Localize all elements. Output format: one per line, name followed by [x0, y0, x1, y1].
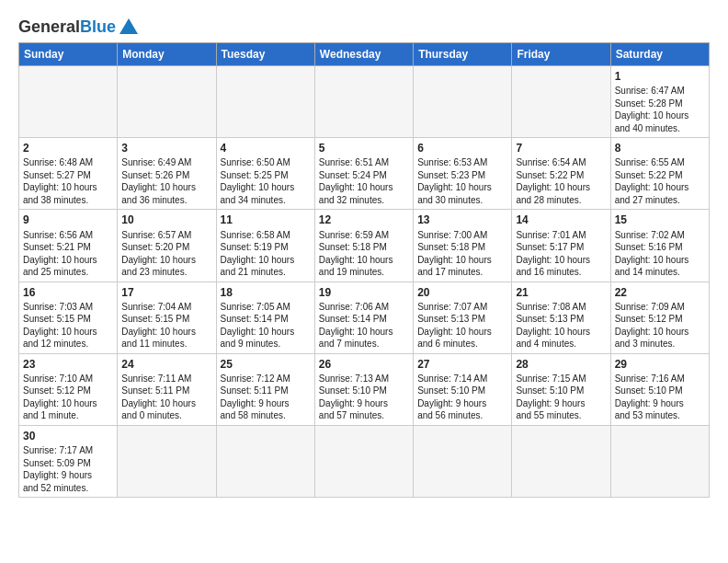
day-number: 8: [615, 141, 705, 155]
day-number: 12: [319, 213, 409, 227]
calendar-week-row: 9Sunrise: 6:56 AM Sunset: 5:21 PM Daylig…: [19, 210, 710, 282]
weekday-header-thursday: Thursday: [414, 43, 512, 66]
calendar-cell: 24Sunrise: 7:11 AM Sunset: 5:11 PM Dayli…: [118, 353, 216, 425]
day-info: Sunrise: 6:54 AM Sunset: 5:22 PM Dayligh…: [516, 156, 606, 206]
day-info: Sunrise: 7:08 AM Sunset: 5:13 PM Dayligh…: [516, 301, 606, 350]
weekday-header-row: SundayMondayTuesdayWednesdayThursdayFrid…: [19, 43, 710, 66]
calendar-week-row: 2Sunrise: 6:48 AM Sunset: 5:27 PM Daylig…: [19, 138, 710, 210]
day-number: 11: [221, 213, 311, 227]
day-number: 29: [615, 357, 705, 372]
logo-blue-text: Blue: [80, 18, 116, 35]
calendar-cell: 11Sunrise: 6:58 AM Sunset: 5:19 PM Dayli…: [216, 210, 314, 282]
day-number: 23: [23, 357, 113, 372]
weekday-header-saturday: Saturday: [610, 43, 709, 66]
day-info: Sunrise: 7:03 AM Sunset: 5:15 PM Dayligh…: [23, 301, 113, 350]
calendar-cell: [414, 66, 512, 138]
calendar-cell: 1Sunrise: 6:47 AM Sunset: 5:28 PM Daylig…: [610, 66, 709, 138]
day-info: Sunrise: 7:00 AM Sunset: 5:18 PM Dayligh…: [417, 229, 507, 279]
day-number: 27: [417, 357, 507, 372]
calendar-cell: 7Sunrise: 6:54 AM Sunset: 5:22 PM Daylig…: [512, 138, 610, 210]
calendar-cell: 30Sunrise: 7:17 AM Sunset: 5:09 PM Dayli…: [19, 425, 118, 497]
logo: General Blue: [18, 15, 138, 35]
day-number: 28: [516, 357, 606, 372]
day-info: Sunrise: 7:02 AM Sunset: 5:16 PM Dayligh…: [615, 229, 705, 279]
calendar-cell: [216, 66, 314, 138]
day-info: Sunrise: 6:59 AM Sunset: 5:18 PM Dayligh…: [319, 229, 409, 279]
calendar-cell: [314, 66, 413, 138]
day-number: 4: [221, 141, 311, 155]
calendar-week-row: 30Sunrise: 7:17 AM Sunset: 5:09 PM Dayli…: [19, 425, 710, 497]
weekday-header-sunday: Sunday: [19, 43, 118, 66]
day-number: 19: [319, 285, 409, 300]
calendar-cell: 23Sunrise: 7:10 AM Sunset: 5:12 PM Dayli…: [19, 353, 118, 425]
day-info: Sunrise: 7:17 AM Sunset: 5:09 PM Dayligh…: [23, 444, 113, 494]
day-info: Sunrise: 7:14 AM Sunset: 5:10 PM Dayligh…: [417, 373, 507, 422]
day-info: Sunrise: 6:50 AM Sunset: 5:25 PM Dayligh…: [221, 156, 311, 206]
day-number: 26: [319, 357, 409, 372]
calendar-cell: 22Sunrise: 7:09 AM Sunset: 5:12 PM Dayli…: [610, 282, 709, 353]
day-number: 3: [121, 141, 211, 155]
day-number: 20: [417, 285, 507, 300]
day-number: 9: [23, 213, 113, 227]
day-number: 30: [23, 429, 113, 443]
day-info: Sunrise: 7:15 AM Sunset: 5:10 PM Dayligh…: [516, 373, 606, 422]
calendar-cell: 18Sunrise: 7:05 AM Sunset: 5:14 PM Dayli…: [216, 282, 314, 353]
day-number: 5: [319, 141, 409, 155]
calendar-cell: [512, 66, 610, 138]
day-info: Sunrise: 6:49 AM Sunset: 5:26 PM Dayligh…: [121, 156, 211, 206]
calendar-cell: 2Sunrise: 6:48 AM Sunset: 5:27 PM Daylig…: [19, 138, 118, 210]
day-number: 25: [221, 357, 311, 372]
day-number: 17: [121, 285, 211, 300]
calendar-cell: 15Sunrise: 7:02 AM Sunset: 5:16 PM Dayli…: [610, 210, 709, 282]
calendar-cell: 16Sunrise: 7:03 AM Sunset: 5:15 PM Dayli…: [19, 282, 118, 353]
calendar-cell: 17Sunrise: 7:04 AM Sunset: 5:15 PM Dayli…: [118, 282, 216, 353]
day-info: Sunrise: 7:10 AM Sunset: 5:12 PM Dayligh…: [23, 373, 113, 422]
day-number: 24: [121, 357, 211, 372]
calendar-cell: 12Sunrise: 6:59 AM Sunset: 5:18 PM Dayli…: [314, 210, 413, 282]
day-info: Sunrise: 6:51 AM Sunset: 5:24 PM Dayligh…: [319, 156, 409, 206]
day-number: 15: [615, 213, 705, 227]
calendar-cell: [512, 425, 610, 497]
day-info: Sunrise: 7:11 AM Sunset: 5:11 PM Dayligh…: [121, 373, 211, 422]
calendar-cell: 9Sunrise: 6:56 AM Sunset: 5:21 PM Daylig…: [19, 210, 118, 282]
weekday-header-monday: Monday: [118, 43, 216, 66]
day-info: Sunrise: 6:56 AM Sunset: 5:21 PM Dayligh…: [23, 229, 113, 279]
day-info: Sunrise: 7:04 AM Sunset: 5:15 PM Dayligh…: [121, 301, 211, 350]
calendar-cell: 27Sunrise: 7:14 AM Sunset: 5:10 PM Dayli…: [414, 353, 512, 425]
calendar-cell: [19, 66, 118, 138]
calendar-cell: 10Sunrise: 6:57 AM Sunset: 5:20 PM Dayli…: [118, 210, 216, 282]
day-info: Sunrise: 7:13 AM Sunset: 5:10 PM Dayligh…: [319, 373, 409, 422]
calendar-cell: 21Sunrise: 7:08 AM Sunset: 5:13 PM Dayli…: [512, 282, 610, 353]
calendar-week-row: 1Sunrise: 6:47 AM Sunset: 5:28 PM Daylig…: [19, 66, 710, 138]
day-info: Sunrise: 6:48 AM Sunset: 5:27 PM Dayligh…: [23, 156, 113, 206]
weekday-header-tuesday: Tuesday: [216, 43, 314, 66]
day-number: 22: [615, 285, 705, 300]
calendar-cell: 20Sunrise: 7:07 AM Sunset: 5:13 PM Dayli…: [414, 282, 512, 353]
day-number: 6: [417, 141, 507, 155]
day-number: 13: [417, 213, 507, 227]
calendar-cell: [414, 425, 512, 497]
logo-general-text: General: [18, 18, 80, 35]
day-info: Sunrise: 6:55 AM Sunset: 5:22 PM Dayligh…: [615, 156, 705, 206]
weekday-header-wednesday: Wednesday: [314, 43, 413, 66]
day-info: Sunrise: 7:12 AM Sunset: 5:11 PM Dayligh…: [221, 373, 311, 422]
day-number: 7: [516, 141, 606, 155]
calendar-cell: 6Sunrise: 6:53 AM Sunset: 5:23 PM Daylig…: [414, 138, 512, 210]
weekday-header-friday: Friday: [512, 43, 610, 66]
day-info: Sunrise: 7:05 AM Sunset: 5:14 PM Dayligh…: [221, 301, 311, 350]
calendar-week-row: 23Sunrise: 7:10 AM Sunset: 5:12 PM Dayli…: [19, 353, 710, 425]
logo-triangle-icon: [119, 18, 138, 34]
day-info: Sunrise: 6:47 AM Sunset: 5:28 PM Dayligh…: [615, 85, 705, 134]
calendar-cell: 8Sunrise: 6:55 AM Sunset: 5:22 PM Daylig…: [610, 138, 709, 210]
calendar-cell: [118, 425, 216, 497]
day-number: 14: [516, 213, 606, 227]
header: General Blue: [18, 15, 710, 35]
day-number: 2: [23, 141, 113, 155]
calendar-cell: 13Sunrise: 7:00 AM Sunset: 5:18 PM Dayli…: [414, 210, 512, 282]
calendar-cell: 5Sunrise: 6:51 AM Sunset: 5:24 PM Daylig…: [314, 138, 413, 210]
calendar-cell: [216, 425, 314, 497]
calendar-cell: 14Sunrise: 7:01 AM Sunset: 5:17 PM Dayli…: [512, 210, 610, 282]
day-info: Sunrise: 6:58 AM Sunset: 5:19 PM Dayligh…: [221, 229, 311, 279]
day-info: Sunrise: 7:06 AM Sunset: 5:14 PM Dayligh…: [319, 301, 409, 350]
day-number: 21: [516, 285, 606, 300]
